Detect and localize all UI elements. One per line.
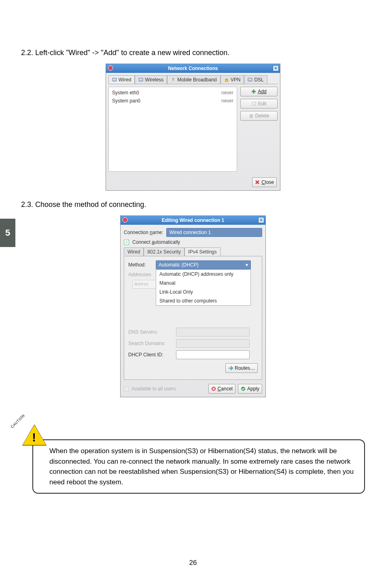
app-icon xyxy=(122,217,128,223)
method-option[interactable]: Shared to other computers xyxy=(156,296,250,305)
svg-rect-6 xyxy=(248,78,252,81)
tab-vpn[interactable]: VPN xyxy=(221,75,244,84)
trash-icon xyxy=(249,113,254,118)
caution-box: ! CAUTION When the operation system is i… xyxy=(32,439,365,494)
tab-wired-settings[interactable]: Wired xyxy=(124,247,144,256)
available-all-users-label: Available to all users xyxy=(131,386,176,392)
dns-servers-input xyxy=(176,328,250,337)
svg-point-10 xyxy=(123,217,127,222)
tab-8021x-security[interactable]: 802.1x Security xyxy=(144,247,185,256)
dns-servers-label: DNS Servers: xyxy=(128,329,173,335)
svg-rect-2 xyxy=(114,81,115,81)
tab-label: Mobile Broadband xyxy=(177,77,216,83)
routes-button[interactable]: Routes… xyxy=(225,363,258,373)
warning-triangle-icon: ! CAUTION xyxy=(23,425,46,446)
apply-icon xyxy=(241,386,246,391)
tab-ipv4-settings[interactable]: IPv4 Settings xyxy=(185,247,221,256)
antenna-icon xyxy=(171,78,176,82)
search-domains-label: Search Domains: xyxy=(128,341,173,346)
edit-button-label: Edit xyxy=(258,101,267,107)
method-dropdown[interactable]: Automatic (DHCP) ▾ xyxy=(156,260,251,269)
apply-button[interactable]: Apply xyxy=(238,384,262,394)
dialog-titlebar: Network Connections × xyxy=(106,64,280,73)
close-icon[interactable]: × xyxy=(273,65,279,71)
ethernet-icon xyxy=(248,78,252,82)
delete-button-label: Delete xyxy=(255,113,269,119)
addresses-label: Addresses xyxy=(128,272,153,277)
method-option[interactable]: Manual xyxy=(156,279,250,288)
tab-wireless[interactable]: Wireless xyxy=(135,75,167,84)
close-button-label: lose xyxy=(265,179,274,185)
plus-icon xyxy=(251,89,256,94)
chapter-tab: 5 xyxy=(0,219,15,247)
tab-label: Wireless xyxy=(145,77,163,83)
tab-mobile-broadband[interactable]: Mobile Broadband xyxy=(167,75,220,84)
cancel-icon xyxy=(211,386,216,391)
available-all-users-checkbox xyxy=(124,386,129,392)
connect-automatically-checkbox[interactable] xyxy=(124,240,129,245)
svg-rect-8 xyxy=(252,102,256,105)
step-2-3-text: 2.3. Choose the method of connecting. xyxy=(21,200,365,209)
editing-connection-dialog: Editing Wired connection 1 × Connection … xyxy=(120,215,266,397)
chevron-down-icon: ▾ xyxy=(246,262,248,268)
svg-rect-3 xyxy=(139,78,143,81)
network-connections-dialog: Network Connections × Wired Wireless Mob… xyxy=(106,64,280,191)
tab-label: Wired xyxy=(119,77,131,83)
method-option[interactable]: Automatic (DHCP) addresses only xyxy=(156,270,250,279)
method-option[interactable]: Link-Local Only xyxy=(156,288,250,296)
connection-last-used: never xyxy=(221,98,233,104)
dialog-titlebar: Editing Wired connection 1 × xyxy=(121,216,265,225)
method-selected-value: Automatic (DHCP) xyxy=(159,262,199,268)
connection-name-input[interactable]: Wired connection 1 xyxy=(166,228,262,237)
close-icon xyxy=(255,180,260,185)
ethernet-icon xyxy=(138,78,143,82)
connection-name: System eth0 xyxy=(112,90,139,96)
tab-label: DSL xyxy=(254,77,263,83)
settings-tabs: Wired 802.1x Security IPv4 Settings xyxy=(124,247,262,256)
edit-button: Edit xyxy=(240,99,278,109)
delete-button: Delete xyxy=(240,111,278,121)
dialog-title: Network Connections xyxy=(168,66,218,71)
close-icon[interactable]: × xyxy=(258,217,264,223)
tab-label: VPN xyxy=(231,77,241,83)
cancel-button[interactable]: Cancel xyxy=(208,384,235,394)
connect-automatically-label: Connect automatically xyxy=(132,239,180,245)
svg-rect-1 xyxy=(112,78,117,81)
ipv4-panel: Method: Automatic (DHCP) ▾ Automatic (DH… xyxy=(124,256,262,380)
svg-rect-5 xyxy=(225,79,228,81)
connection-name-label: Connection name: xyxy=(124,230,163,235)
edit-icon xyxy=(252,101,257,106)
close-button[interactable]: Close xyxy=(252,177,277,187)
routes-icon xyxy=(228,366,233,371)
list-item[interactable]: System pan0 never xyxy=(111,97,234,105)
lock-icon xyxy=(224,78,229,82)
routes-label: Routes… xyxy=(235,365,255,371)
connection-type-tabs: Wired Wireless Mobile Broadband VPN DSL xyxy=(106,73,280,84)
apply-label: Apply xyxy=(247,386,259,392)
dhcp-client-id-label: DHCP Client ID: xyxy=(128,352,173,358)
dhcp-client-id-input[interactable] xyxy=(176,350,250,359)
address-column: Addres xyxy=(133,280,156,288)
method-dropdown-list: Automatic (DHCP) addresses only Manual L… xyxy=(156,269,251,306)
list-item[interactable]: System eth0 never xyxy=(111,89,234,97)
add-button-label: Add xyxy=(258,89,266,94)
connection-list[interactable]: System eth0 never System pan0 never xyxy=(108,87,237,172)
method-label: Method: xyxy=(128,262,153,268)
caution-text: When the operation system is in Suspensi… xyxy=(32,439,365,494)
app-icon xyxy=(108,65,113,71)
dialog-title: Editing Wired connection 1 xyxy=(162,217,225,223)
tab-dsl[interactable]: DSL xyxy=(244,75,267,84)
page-number: 26 xyxy=(0,559,386,567)
svg-rect-7 xyxy=(249,81,251,81)
tab-wired[interactable]: Wired xyxy=(108,75,135,84)
svg-rect-9 xyxy=(250,115,252,117)
search-domains-input xyxy=(176,339,250,348)
connection-last-used: never xyxy=(221,90,233,96)
ethernet-icon xyxy=(112,78,117,82)
step-2-2-text: 2.2. Left-click "Wired" -> "Add" to crea… xyxy=(21,49,365,57)
svg-point-0 xyxy=(108,66,113,70)
connection-name: System pan0 xyxy=(112,98,140,104)
svg-rect-4 xyxy=(140,81,142,81)
add-button[interactable]: Add xyxy=(240,87,278,96)
